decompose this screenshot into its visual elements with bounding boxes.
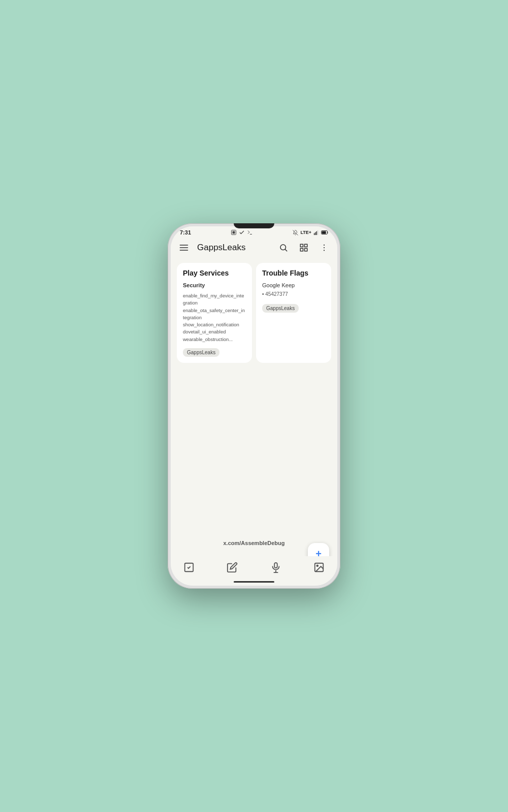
trouble-flags-title: Trouble Flags [262, 269, 325, 277]
pencil-icon [227, 562, 238, 573]
svg-rect-23 [274, 563, 277, 568]
phone-screen: 7:31 LTE+ GappsLeaks [171, 226, 337, 586]
trouble-flags-app-id: • 45427377 [262, 291, 325, 297]
checkmark-icon [239, 229, 245, 235]
layout-button[interactable] [297, 241, 311, 255]
search-button[interactable] [276, 241, 291, 255]
svg-rect-5 [315, 232, 315, 235]
svg-point-19 [324, 245, 325, 246]
screenshot-icon [231, 229, 237, 235]
svg-rect-9 [322, 231, 326, 233]
trouble-flags-card[interactable]: Trouble Flags Google Keep • 45427377 Gap… [256, 263, 331, 363]
svg-line-14 [285, 249, 287, 251]
signal-icon [313, 230, 319, 235]
play-services-tag[interactable]: GappsLeaks [183, 348, 219, 357]
svg-rect-18 [305, 249, 307, 251]
status-time: 7:31 [180, 229, 191, 235]
lte-label: LTE+ [300, 230, 311, 235]
bottom-bar [171, 556, 337, 578]
menu-button[interactable] [177, 241, 191, 255]
checkbox-icon [183, 562, 195, 573]
svg-point-20 [324, 247, 325, 248]
status-right-icons: LTE+ [293, 230, 328, 235]
play-services-card[interactable]: Play Services Security enable_find_my_de… [177, 263, 252, 363]
svg-rect-7 [318, 230, 318, 234]
svg-rect-6 [316, 231, 317, 234]
cards-row: Play Services Security enable_find_my_de… [177, 263, 331, 363]
app-title: GappsLeaks [197, 243, 270, 253]
home-bar [171, 578, 337, 586]
mic-icon [270, 562, 281, 573]
nav-image-button[interactable] [311, 559, 327, 576]
image-icon [313, 562, 325, 573]
phone-frame: 7:31 LTE+ GappsLeaks [168, 223, 340, 589]
svg-rect-4 [314, 233, 314, 235]
svg-rect-1 [233, 231, 235, 234]
notch [234, 223, 274, 228]
svg-point-21 [324, 250, 325, 251]
nav-mic-button[interactable] [268, 559, 284, 576]
home-bar-indicator [234, 581, 274, 583]
play-services-title: Play Services [183, 269, 246, 277]
more-button[interactable] [317, 241, 331, 255]
svg-line-3 [293, 230, 298, 235]
play-services-subtitle: Security [183, 282, 246, 288]
content-area: Play Services Security enable_find_my_de… [171, 259, 337, 556]
trouble-flags-app-name: Google Keep [262, 282, 325, 288]
layout-icon [299, 243, 308, 252]
menu-icon [179, 243, 189, 253]
nav-pencil-button[interactable] [224, 559, 240, 576]
nav-checkbox-button[interactable] [181, 559, 197, 576]
battery-icon [321, 230, 328, 235]
notification-off-icon [293, 230, 298, 235]
svg-rect-16 [305, 244, 307, 247]
svg-point-27 [316, 565, 318, 566]
more-vert-icon [320, 243, 329, 252]
play-services-flags: enable_find_my_device_integration enable… [183, 292, 246, 343]
svg-rect-15 [300, 244, 303, 247]
status-center-icons [231, 229, 253, 235]
svg-point-13 [280, 245, 286, 250]
terminal-icon [247, 229, 253, 235]
trouble-flags-tag[interactable]: GappsLeaks [262, 304, 299, 313]
search-icon [279, 243, 288, 252]
app-bar: GappsLeaks [171, 236, 337, 259]
svg-rect-17 [300, 249, 303, 251]
